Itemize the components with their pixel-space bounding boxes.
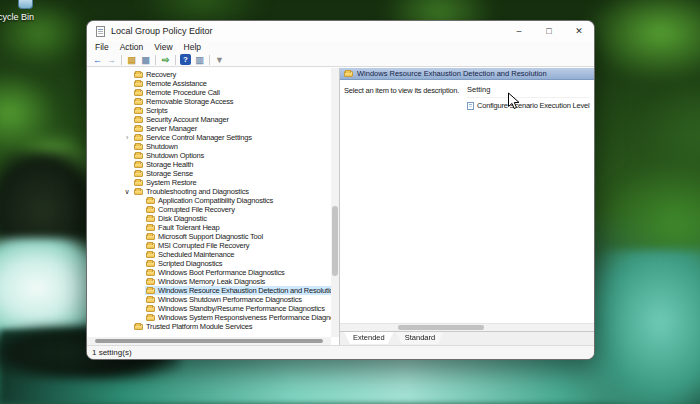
details-horizontal-scrollbar[interactable] bbox=[340, 323, 594, 331]
tree-item-label: Scripts bbox=[146, 106, 168, 115]
tree-item[interactable]: Fault Tolerant Heap bbox=[87, 223, 331, 232]
tree-item[interactable]: Storage Health bbox=[87, 160, 331, 169]
toolbar-separator bbox=[155, 55, 156, 65]
expanded-chevron-icon[interactable]: ∨ bbox=[121, 188, 133, 196]
console-window-icon[interactable]: ▦ bbox=[140, 54, 151, 65]
tree-item[interactable]: Corrupted File Recovery bbox=[87, 205, 331, 214]
folder-icon bbox=[146, 261, 155, 267]
new-window-icon[interactable]: ▥ bbox=[194, 54, 205, 65]
folder-icon bbox=[146, 234, 155, 240]
folder-icon bbox=[134, 324, 143, 330]
tree-item[interactable]: Microsoft Support Diagnostic Tool bbox=[87, 232, 331, 241]
tree-hscroll-thumb[interactable] bbox=[95, 339, 323, 343]
tree-item[interactable]: Windows Memory Leak Diagnosis bbox=[87, 277, 331, 286]
back-icon[interactable]: ← bbox=[92, 54, 103, 65]
tree-item[interactable]: Disk Diagnostic bbox=[87, 214, 331, 223]
tree-item-body: Scripted Diagnostics bbox=[145, 259, 224, 268]
gpedit-app-icon bbox=[96, 26, 105, 37]
wallpaper-river-right bbox=[588, 250, 700, 404]
folder-icon bbox=[134, 72, 143, 78]
maximize-button[interactable]: □ bbox=[534, 21, 564, 41]
tree-item[interactable]: ∨Troubleshooting and Diagnostics bbox=[87, 187, 331, 196]
tree-item-label: Application Compatibility Diagnostics bbox=[158, 196, 273, 205]
filter-icon[interactable]: ▼ bbox=[214, 54, 225, 65]
policy-setting-icon bbox=[467, 102, 474, 110]
tree-item-body: Storage Health bbox=[133, 160, 195, 169]
folder-icon bbox=[146, 252, 155, 258]
close-button[interactable]: ✕ bbox=[564, 21, 594, 41]
tree-item[interactable]: Recovery bbox=[87, 70, 331, 79]
tree-item[interactable]: Windows System Responsiveness Performanc… bbox=[87, 313, 331, 322]
setting-item-label: Configure Scenario Execution Level bbox=[477, 101, 589, 110]
tree-item[interactable]: Trusted Platform Module Services bbox=[87, 322, 331, 331]
tree-item[interactable]: Server Manager bbox=[87, 124, 331, 133]
tree-item[interactable]: System Restore bbox=[87, 178, 331, 187]
tree-item[interactable]: Scripts bbox=[87, 106, 331, 115]
menu-action[interactable]: Action bbox=[120, 42, 144, 52]
tree-item-label: Disk Diagnostic bbox=[158, 214, 207, 223]
description-panel: Select an item to view its description. bbox=[340, 80, 464, 323]
tree-item-body: Troubleshooting and Diagnostics bbox=[133, 187, 251, 196]
tree-item[interactable]: Application Compatibility Diagnostics bbox=[87, 196, 331, 205]
tree-item[interactable]: Removable Storage Access bbox=[87, 97, 331, 106]
folder-icon bbox=[146, 315, 155, 321]
tree-item-body: Shutdown bbox=[133, 142, 180, 151]
collapsed-chevron-icon[interactable]: › bbox=[121, 134, 133, 141]
tree-item-label: Remote Assistance bbox=[146, 79, 207, 88]
title-bar[interactable]: Local Group Policy Editor – □ ✕ bbox=[87, 21, 594, 41]
help-icon[interactable]: ? bbox=[180, 54, 191, 65]
setting-column-header[interactable]: Setting bbox=[467, 85, 588, 98]
tree-item[interactable]: Remote Assistance bbox=[87, 79, 331, 88]
folder-icon bbox=[146, 288, 155, 294]
show-console-tree-icon[interactable]: ▤ bbox=[126, 54, 137, 65]
tree-item[interactable]: Scripted Diagnostics bbox=[87, 259, 331, 268]
tab-standard[interactable]: Standard bbox=[396, 332, 444, 344]
menu-view[interactable]: View bbox=[154, 42, 172, 52]
setting-item[interactable]: Configure Scenario Execution Level bbox=[467, 101, 594, 110]
tree-item[interactable]: Scheduled Maintenance bbox=[87, 250, 331, 259]
export-list-icon[interactable]: ⇨ bbox=[160, 54, 171, 65]
minimize-button[interactable]: – bbox=[504, 21, 534, 41]
tree-item[interactable]: Security Account Manager bbox=[87, 115, 331, 124]
tree-item-body: Recovery bbox=[133, 70, 178, 79]
tree-item-body: Remote Assistance bbox=[133, 79, 209, 88]
folder-icon bbox=[146, 243, 155, 249]
folder-icon bbox=[344, 71, 353, 77]
folder-icon bbox=[134, 162, 143, 168]
folder-icon bbox=[146, 306, 155, 312]
tree-item-body: Disk Diagnostic bbox=[145, 214, 209, 223]
tree-item[interactable]: ›Service Control Manager Settings bbox=[87, 133, 331, 142]
folder-icon bbox=[146, 198, 155, 204]
tree-item[interactable]: Shutdown Options bbox=[87, 151, 331, 160]
policy-tree: RecoveryRemote AssistanceRemote Procedur… bbox=[87, 70, 331, 337]
tree-horizontal-scrollbar[interactable] bbox=[87, 337, 331, 345]
details-header: Windows Resource Exhaustion Detection an… bbox=[340, 68, 594, 80]
folder-icon bbox=[134, 117, 143, 123]
menu-bar: FileActionViewHelp bbox=[87, 41, 594, 53]
tree-item[interactable]: Remote Procedure Call bbox=[87, 88, 331, 97]
tree-item[interactable]: Windows Boot Performance Diagnostics bbox=[87, 268, 331, 277]
menu-file[interactable]: File bbox=[95, 42, 109, 52]
tree-item[interactable]: Shutdown bbox=[87, 142, 331, 151]
folder-icon bbox=[134, 189, 143, 195]
tree-vertical-scrollbar[interactable] bbox=[331, 68, 339, 337]
tree-item-label: Windows Boot Performance Diagnostics bbox=[158, 268, 285, 277]
folder-icon bbox=[134, 99, 143, 105]
tree-item[interactable]: Windows Shutdown Performance Diagnostics bbox=[87, 295, 331, 304]
tree-item-label: Windows System Responsiveness Performanc… bbox=[158, 313, 331, 322]
tree-item-body: Remote Procedure Call bbox=[133, 88, 222, 97]
folder-icon bbox=[134, 135, 143, 141]
tree-item-body: Windows Boot Performance Diagnostics bbox=[145, 268, 287, 277]
tab-extended[interactable]: Extended bbox=[344, 332, 394, 344]
tree-item[interactable]: Storage Sense bbox=[87, 169, 331, 178]
menu-help[interactable]: Help bbox=[184, 42, 201, 52]
tree-vscroll-thumb[interactable] bbox=[332, 206, 338, 276]
recycle-bin-icon bbox=[18, 0, 33, 9]
tree-item[interactable]: MSI Corrupted File Recovery bbox=[87, 241, 331, 250]
details-hscroll-thumb[interactable] bbox=[398, 325, 484, 330]
tree-item[interactable]: Windows Resource Exhaustion Detection an… bbox=[87, 286, 331, 295]
toolbar-separator bbox=[209, 55, 210, 65]
console-tree-pane: RecoveryRemote AssistanceRemote Procedur… bbox=[87, 68, 340, 345]
tree-item[interactable]: Windows Standby/Resume Performance Diagn… bbox=[87, 304, 331, 313]
forward-icon[interactable]: → bbox=[106, 54, 117, 65]
